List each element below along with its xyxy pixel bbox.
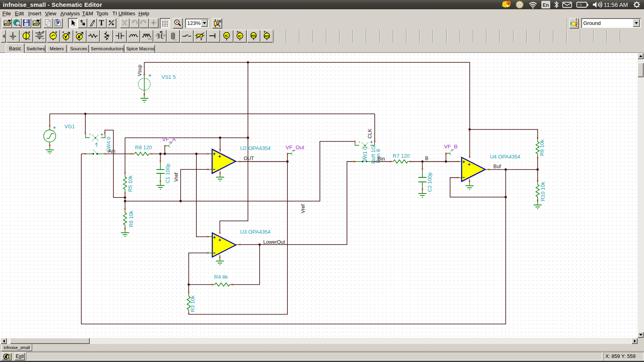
svg-text:R3 10k: R3 10k — [190, 295, 196, 312]
svg-text:VG1: VG1 — [64, 123, 75, 130]
svg-text:IC: IC — [238, 34, 242, 38]
svg-text:Vref: Vref — [173, 173, 179, 182]
svg-text:R9 10k: R9 10k — [539, 139, 545, 156]
svg-text:OUT: OUT — [244, 156, 254, 161]
svg-text:HS: HS — [251, 34, 256, 38]
svg-text:U4 OPA4354: U4 OPA4354 — [490, 154, 520, 160]
svg-text:R4 8k: R4 8k — [214, 274, 228, 280]
svg-text:B: B — [425, 156, 428, 161]
svg-text:C1 100p: C1 100p — [165, 164, 171, 183]
svg-text:A: A — [77, 35, 80, 39]
svg-text:R10 10k: R10 10k — [540, 181, 546, 201]
svg-text:Vref: Vref — [300, 204, 306, 213]
svg-text:L1: L1 — [156, 34, 158, 37]
svg-text:T: T — [99, 19, 104, 27]
svg-text:LowerOut: LowerOut — [263, 239, 285, 245]
svg-text:R5 10k: R5 10k — [127, 175, 133, 192]
svg-text:VF_B: VF_B — [444, 144, 458, 150]
svg-text:En: En — [543, 2, 549, 8]
svg-text:V: V — [64, 35, 67, 39]
svg-text:CLK: CLK — [367, 128, 373, 138]
svg-text:L2: L2 — [163, 34, 165, 37]
svg-text:Ain: Ain — [108, 148, 116, 154]
svg-text:SW1 0: SW1 0 — [362, 147, 368, 162]
svg-text:11:56 AM: 11:56 AM — [604, 2, 628, 8]
svg-text:Bin: Bin — [378, 156, 385, 162]
svg-text:VF_A: VF_A — [162, 136, 176, 142]
svg-text:Vsup: Vsup — [137, 65, 142, 76]
svg-text:R8 120: R8 120 — [135, 144, 152, 150]
svg-text:R6 10k: R6 10k — [128, 210, 134, 227]
svg-text:HS: HS — [264, 34, 269, 38]
svg-text:1K: 1K — [217, 19, 222, 23]
svg-text:VF_Out: VF_Out — [286, 144, 305, 150]
svg-text:U2 OPA4354: U2 OPA4354 — [240, 145, 271, 151]
svg-text:R7 120: R7 120 — [393, 153, 410, 159]
svg-text:Buf: Buf — [493, 164, 501, 169]
svg-text:U3 OPA4354: U3 OPA4354 — [240, 229, 271, 235]
svg-text:VS1 5: VS1 5 — [161, 74, 175, 80]
svg-text:M: M — [160, 30, 162, 34]
svg-text:4: 4 — [508, 2, 510, 5]
svg-text:C2 100p: C2 100p — [427, 172, 433, 192]
svg-text:IC: IC — [225, 33, 229, 38]
